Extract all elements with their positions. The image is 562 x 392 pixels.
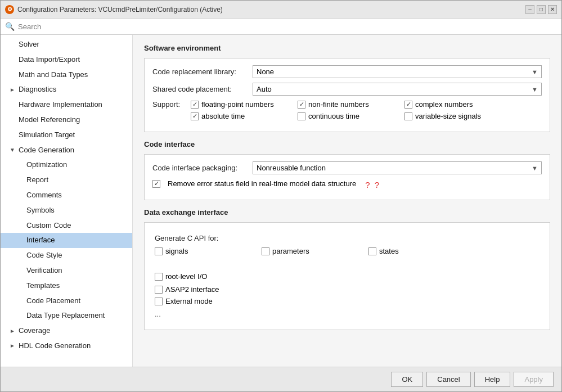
annotation: ? ? <box>365 180 380 190</box>
cb-states-label: states <box>379 247 399 255</box>
sidebar-item-coverage[interactable]: ► Coverage <box>1 323 132 339</box>
remove-error-label: Remove error status field in real-time m… <box>168 179 356 188</box>
code-interface-title: Code interface <box>144 140 550 148</box>
cb-external-mode: External mode <box>155 297 539 305</box>
sidebar-item-interface[interactable]: Interface <box>1 233 132 248</box>
cb-parameters-box[interactable] <box>262 247 269 255</box>
sidebar-item-code-generation[interactable]: ▼ Code Generation <box>1 143 132 158</box>
cb-non-finite-label: non-finite numbers <box>308 100 369 109</box>
code-replacement-select[interactable]: None ▼ <box>253 65 542 78</box>
sidebar-item-report[interactable]: Report <box>1 173 132 188</box>
code-replacement-label: Code replacement library: <box>152 67 248 76</box>
cb-asap2-box[interactable] <box>155 286 163 294</box>
cb-continuous-time-label: continuous time <box>308 112 359 120</box>
cb-absolute-time-label: absolute time <box>201 112 245 120</box>
cb-floating-point: ✓ floating-point numbers <box>191 100 281 109</box>
sidebar-item-simulation-target[interactable]: Simulation Target <box>1 128 132 143</box>
generate-c-api-label: Generate C API for: <box>155 234 539 242</box>
remove-error-checkbox[interactable]: ✓ <box>152 180 160 188</box>
shared-code-label: Shared code placement: <box>152 85 248 93</box>
support-label: Support: <box>152 100 186 109</box>
title-bar-left: ⚙ Configuration Parameters: VCUcmdPreLim… <box>5 5 223 14</box>
sidebar-item-data-import-export[interactable]: Data Import/Export <box>1 52 132 67</box>
ok-button[interactable]: OK <box>391 372 423 387</box>
cb-signals: signals <box>155 247 245 255</box>
cb-root-level-io-box[interactable] <box>155 273 163 281</box>
cb-states-box[interactable] <box>368 247 376 255</box>
maximize-button[interactable]: □ <box>537 5 546 14</box>
sidebar-item-data-type-replacement[interactable]: Data Type Replacement <box>1 308 132 323</box>
software-env-panel: Code replacement library: None ▼ Shared … <box>144 58 550 132</box>
sidebar-item-hardware-impl[interactable]: Hardware Implementation <box>1 97 132 112</box>
packaging-value: Nonreusable function <box>257 164 326 172</box>
shared-code-value: Auto <box>257 85 272 93</box>
cb-variable-size-signals-label: variable-size signals <box>415 112 481 120</box>
cb-variable-size-signals-box[interactable] <box>404 112 412 120</box>
window-controls: – □ ✕ <box>525 5 557 14</box>
api-checkboxes: signals parameters states root-leve <box>155 247 539 281</box>
close-button[interactable]: ✕ <box>548 5 557 14</box>
data-exchange-panel: Generate C API for: signals parameters <box>144 222 550 330</box>
minimize-button[interactable]: – <box>525 5 534 14</box>
data-exchange-title: Data exchange interface <box>144 208 550 217</box>
cb-non-finite: ✓ non-finite numbers <box>298 100 388 109</box>
bottom-bar: OK Cancel Help Apply <box>1 367 561 391</box>
right-panel: Software environment Code replacement li… <box>133 35 561 367</box>
cb-absolute-time-box[interactable]: ✓ <box>191 112 199 120</box>
packaging-row: Code interface packaging: Nonreusable fu… <box>152 161 542 174</box>
sidebar-item-code-style[interactable]: Code Style <box>1 248 132 263</box>
sidebar-item-math-data-types[interactable]: Math and Data Types <box>1 67 132 83</box>
code-interface-panel: Code interface packaging: Nonreusable fu… <box>144 154 550 200</box>
cancel-button[interactable]: Cancel <box>426 372 470 387</box>
cb-absolute-time: ✓ absolute time <box>191 112 281 120</box>
cb-root-level-io: root-level I/O <box>155 272 245 281</box>
sidebar-item-code-placement[interactable]: Code Placement <box>1 294 132 309</box>
sidebar-item-templates[interactable]: Templates <box>1 278 132 294</box>
help-button[interactable]: Help <box>474 372 511 387</box>
cb-non-finite-box[interactable]: ✓ <box>298 101 305 109</box>
cb-floating-point-box[interactable]: ✓ <box>191 101 199 109</box>
app-icon: ⚙ <box>5 5 14 14</box>
packaging-select[interactable]: Nonreusable function ▼ <box>253 161 542 174</box>
sidebar-item-model-referencing[interactable]: Model Referencing <box>1 112 132 128</box>
sidebar-item-solver[interactable]: Solver <box>1 37 132 52</box>
cb-continuous-time: continuous time <box>298 112 388 120</box>
sidebar-item-diagnostics[interactable]: ► Diagnostics <box>1 82 132 97</box>
search-input[interactable] <box>18 22 557 31</box>
support-row-2: ✓ absolute time continuous time variable… <box>191 112 494 120</box>
cb-external-mode-label: External mode <box>165 297 213 305</box>
code-replacement-value: None <box>257 67 274 76</box>
sidebar-item-custom-code[interactable]: Custom Code <box>1 218 132 233</box>
remove-error-row: ✓ Remove error status field in real-time… <box>152 179 542 188</box>
sidebar-item-symbols[interactable]: Symbols <box>1 203 132 218</box>
cb-parameters-label: parameters <box>272 247 309 255</box>
software-env-title: Software environment <box>144 44 550 52</box>
cb-asap2-label: ASAP2 interface <box>165 285 219 294</box>
sidebar: Solver Data Import/Export Math and Data … <box>1 35 133 367</box>
cb-root-level-io-label: root-level I/O <box>165 272 207 281</box>
cb-continuous-time-box[interactable] <box>298 112 305 120</box>
collapse-icon: ▼ <box>10 146 16 155</box>
cb-signals-box[interactable] <box>155 247 163 255</box>
cb-parameters: parameters <box>262 247 352 255</box>
extra-checkboxes: ASAP2 interface External mode <box>155 285 539 305</box>
cb-complex-numbers: ✓ complex numbers <box>404 100 494 109</box>
title-bar: ⚙ Configuration Parameters: VCUcmdPreLim… <box>1 1 561 19</box>
packaging-arrow: ▼ <box>532 165 538 172</box>
data-exchange-inner: Generate C API for: signals parameters <box>152 229 542 323</box>
packaging-label: Code interface packaging: <box>152 164 248 172</box>
sidebar-item-comments[interactable]: Comments <box>1 188 132 203</box>
apply-button[interactable]: Apply <box>514 372 554 387</box>
search-icon: 🔍 <box>5 22 15 31</box>
cb-complex-numbers-box[interactable]: ✓ <box>404 101 412 109</box>
expand-icon: ► <box>10 85 16 94</box>
cb-external-mode-box[interactable] <box>155 298 163 305</box>
sidebar-item-hdl-code-gen[interactable]: ► HDL Code Generation <box>1 339 132 354</box>
support-row: Support: ✓ floating-point numbers ✓ non-… <box>152 100 542 120</box>
support-row-1: ✓ floating-point numbers ✓ non-finite nu… <box>191 100 494 109</box>
shared-code-row: Shared code placement: Auto ▼ <box>152 83 542 96</box>
expand-icon: ► <box>10 341 16 350</box>
sidebar-item-verification[interactable]: Verification <box>1 263 132 278</box>
sidebar-item-optimization[interactable]: Optimization <box>1 157 132 173</box>
shared-code-select[interactable]: Auto ▼ <box>253 83 542 96</box>
